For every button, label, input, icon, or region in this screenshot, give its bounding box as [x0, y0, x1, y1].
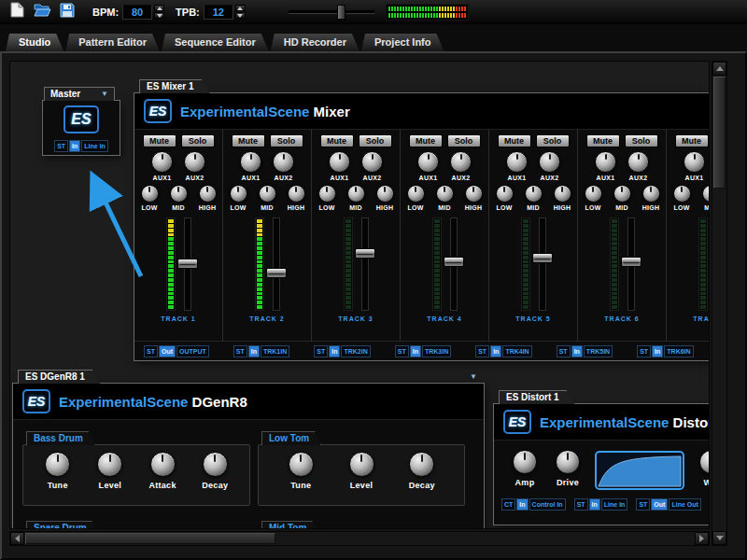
- open-project-button[interactable]: [31, 3, 53, 21]
- tune-knob[interactable]: [289, 452, 314, 477]
- bpm-value[interactable]: 80: [122, 5, 152, 20]
- volume-fader[interactable]: [627, 217, 635, 311]
- low-knob[interactable]: [230, 185, 247, 203]
- aux1-knob[interactable]: [595, 151, 616, 173]
- connector-line-out[interactable]: STOutLine Out: [636, 498, 700, 511]
- scroll-left-button[interactable]: [10, 532, 24, 545]
- drive-knob[interactable]: [556, 450, 580, 474]
- vertical-scroll-thumb[interactable]: [713, 77, 726, 189]
- aux1-knob[interactable]: [329, 151, 350, 173]
- fader-handle[interactable]: [621, 257, 641, 267]
- solo-button[interactable]: Solo: [447, 134, 481, 147]
- tab-project-info[interactable]: Project Info: [361, 34, 444, 51]
- slider-handle[interactable]: [337, 5, 345, 20]
- wet-knob[interactable]: [699, 450, 710, 474]
- mid-knob[interactable]: [525, 185, 543, 203]
- horizontal-scroll-thumb[interactable]: [25, 533, 275, 544]
- low-knob[interactable]: [585, 185, 602, 203]
- mute-button[interactable]: Mute: [498, 134, 531, 147]
- decay-knob[interactable]: [203, 452, 228, 477]
- mid-knob[interactable]: [613, 185, 631, 203]
- connector-line-in[interactable]: STInLine In: [574, 498, 628, 511]
- tune-knob[interactable]: [45, 452, 70, 477]
- mixer-title-bar[interactable]: ES Mixer 1: [139, 79, 210, 93]
- distort-title-bar[interactable]: ES Distort 1: [499, 390, 575, 404]
- level-knob[interactable]: [97, 452, 122, 477]
- solo-button[interactable]: Solo: [270, 134, 303, 147]
- connector-line-in[interactable]: STInLine In: [54, 140, 108, 152]
- volume-fader[interactable]: [539, 217, 546, 311]
- fader-handle[interactable]: [355, 248, 375, 259]
- tpb-value[interactable]: 12: [204, 5, 233, 20]
- connector-trk6in[interactable]: STInTRK6IN: [637, 345, 693, 357]
- solo-button[interactable]: Solo: [536, 134, 570, 147]
- tpb-increment-button[interactable]: [235, 5, 246, 11]
- mute-button[interactable]: Mute: [143, 134, 176, 147]
- connector-trk3in[interactable]: STInTRK3IN: [395, 345, 451, 357]
- save-project-button[interactable]: [56, 3, 78, 21]
- mute-button[interactable]: Mute: [320, 134, 354, 147]
- fader-handle[interactable]: [710, 255, 711, 265]
- aux1-knob[interactable]: [684, 151, 705, 173]
- low-knob[interactable]: [318, 185, 336, 203]
- attack-knob[interactable]: [150, 452, 176, 477]
- horizontal-scrollbar[interactable]: [9, 531, 710, 546]
- aux1-knob[interactable]: [417, 151, 439, 173]
- tab-sequence-editor[interactable]: Sequence Editor: [162, 34, 269, 51]
- mid-knob[interactable]: [702, 185, 711, 203]
- connector-trk4in[interactable]: STInTRK4IN: [475, 345, 531, 357]
- low-knob[interactable]: [673, 185, 691, 203]
- bpm-increment-button[interactable]: [154, 5, 164, 11]
- connector-trk5in[interactable]: STInTRK5IN: [557, 345, 613, 357]
- decay-knob[interactable]: [409, 452, 434, 477]
- high-knob[interactable]: [376, 185, 394, 203]
- connector-trk1in[interactable]: STInTRK1IN: [233, 345, 289, 357]
- mute-button[interactable]: Mute: [586, 134, 620, 147]
- amp-knob[interactable]: [513, 450, 537, 474]
- aux2-knob[interactable]: [273, 151, 294, 173]
- aux2-knob[interactable]: [539, 151, 560, 173]
- volume-fader[interactable]: [184, 217, 191, 311]
- master-module[interactable]: Master ▼ ES STInLine In: [42, 87, 120, 156]
- fader-handle[interactable]: [266, 268, 287, 278]
- level-knob[interactable]: [349, 452, 374, 477]
- connector-trk2in[interactable]: STInTRK2IN: [314, 345, 370, 357]
- mute-button[interactable]: Mute: [675, 134, 709, 147]
- connector-control-in[interactable]: CTInControl In: [501, 498, 566, 511]
- high-knob[interactable]: [465, 185, 483, 203]
- bpm-decrement-button[interactable]: [154, 12, 164, 19]
- solo-button[interactable]: Solo: [625, 134, 658, 147]
- tab-pattern-editor[interactable]: Pattern Editor: [65, 34, 160, 51]
- vertical-scrollbar[interactable]: [712, 61, 727, 546]
- scroll-down-button[interactable]: [712, 531, 726, 545]
- aux2-knob[interactable]: [184, 151, 205, 173]
- tpb-decrement-button[interactable]: [235, 12, 246, 19]
- volume-fader[interactable]: [273, 217, 280, 311]
- mid-knob[interactable]: [436, 185, 454, 203]
- connector-output[interactable]: STOutOUTPUT: [144, 345, 209, 357]
- solo-button[interactable]: Solo: [181, 134, 215, 147]
- fader-handle[interactable]: [532, 253, 553, 263]
- mid-knob[interactable]: [347, 185, 365, 203]
- collapse-chevron-icon[interactable]: ▼: [470, 373, 477, 381]
- mid-knob[interactable]: [170, 185, 188, 203]
- fader-handle[interactable]: [444, 257, 464, 267]
- collapse-chevron-icon[interactable]: ▼: [101, 91, 108, 98]
- solo-button[interactable]: Solo: [359, 134, 392, 147]
- tab-studio[interactable]: Studio: [6, 34, 63, 51]
- mute-button[interactable]: Mute: [232, 134, 265, 147]
- tab-hd-recorder[interactable]: HD Recorder: [271, 34, 359, 51]
- scroll-right-button[interactable]: [695, 532, 709, 545]
- low-knob[interactable]: [141, 185, 159, 203]
- low-knob[interactable]: [407, 185, 425, 203]
- high-knob[interactable]: [288, 185, 305, 203]
- high-knob[interactable]: [199, 185, 217, 203]
- fader-handle[interactable]: [177, 259, 198, 269]
- high-knob[interactable]: [554, 185, 571, 203]
- mute-button[interactable]: Mute: [409, 134, 443, 147]
- scroll-up-button[interactable]: [712, 62, 726, 76]
- aux1-knob[interactable]: [506, 151, 528, 173]
- master-volume-slider[interactable]: [289, 4, 374, 21]
- volume-fader[interactable]: [361, 217, 369, 311]
- volume-fader[interactable]: [450, 217, 458, 311]
